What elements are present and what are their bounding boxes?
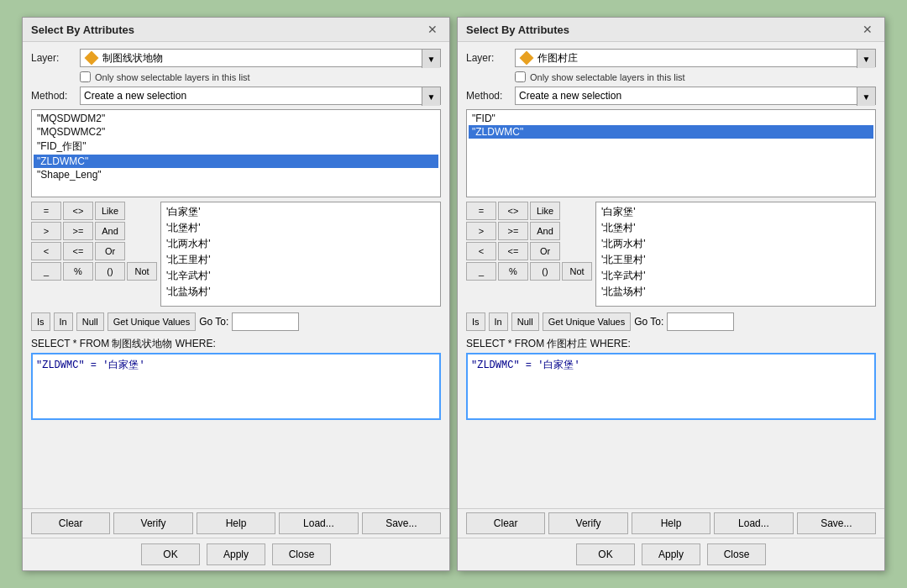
op-and-1[interactable]: And bbox=[95, 222, 125, 240]
values-list-1[interactable]: '白家堡' '北堡村' '北两水村' '北王里村' '北辛武村' '北盐场村' bbox=[160, 202, 441, 307]
val-item[interactable]: '北两水村' bbox=[163, 236, 438, 252]
op-parens-1[interactable]: () bbox=[95, 262, 125, 281]
val-item[interactable]: '北王里村' bbox=[163, 252, 438, 268]
save-btn-2[interactable]: Save... bbox=[797, 512, 876, 534]
field-item[interactable]: "FID_作图" bbox=[34, 139, 438, 155]
save-btn-1[interactable]: Save... bbox=[362, 512, 441, 534]
dialog1-title: Select By Attributes bbox=[31, 24, 134, 36]
op-gte-1[interactable]: >= bbox=[63, 222, 93, 240]
val-item[interactable]: '白家堡' bbox=[163, 204, 438, 220]
op-gt-2[interactable]: > bbox=[466, 222, 496, 240]
dialog2: Select By Attributes ✕ Layer: 作图村庄 ▼ Onl… bbox=[457, 17, 885, 571]
get-unique-btn-2[interactable]: Get Unique Values bbox=[543, 312, 632, 331]
clear-btn-2[interactable]: Clear bbox=[466, 512, 545, 534]
op-eq-2[interactable]: = bbox=[466, 202, 496, 220]
val-item[interactable]: '北两水村' bbox=[598, 236, 873, 252]
val-item[interactable]: '北盐场村' bbox=[163, 284, 438, 300]
op-percent-1[interactable]: % bbox=[63, 262, 93, 281]
field-item[interactable]: "FID" bbox=[469, 112, 873, 125]
sql-textarea-2[interactable]: "ZLDWMC" = '白家堡' bbox=[466, 353, 876, 420]
dropdown-arrow-1[interactable]: ▼ bbox=[422, 50, 440, 68]
get-unique-btn-1[interactable]: Get Unique Values bbox=[107, 312, 197, 331]
load-btn-1[interactable]: Load... bbox=[279, 512, 358, 534]
field-item[interactable]: "ZLDWMC" bbox=[469, 125, 873, 139]
op-lt-2[interactable]: < bbox=[466, 242, 496, 260]
op-lte-1[interactable]: <= bbox=[63, 242, 93, 260]
op-row: _ % () Not bbox=[31, 262, 157, 281]
op-lt-1[interactable]: < bbox=[31, 242, 61, 260]
op-and-2[interactable]: And bbox=[530, 222, 560, 240]
op-not-1[interactable]: Not bbox=[127, 262, 157, 281]
method-arrow-1[interactable]: ▼ bbox=[422, 87, 440, 106]
goto-input-2[interactable] bbox=[667, 312, 734, 331]
method-dropdown-1[interactable]: Create a new selection ▼ bbox=[80, 87, 441, 105]
load-btn-2[interactable]: Load... bbox=[714, 512, 793, 534]
val-item[interactable]: '北堡村' bbox=[163, 220, 438, 236]
close-button-2[interactable]: ✕ bbox=[859, 23, 876, 36]
val-item[interactable]: '北辛武村' bbox=[163, 268, 438, 284]
layer-label-2: Layer: bbox=[466, 52, 510, 64]
field-item[interactable]: "MQSDWMC2" bbox=[34, 125, 438, 139]
clear-btn-1[interactable]: Clear bbox=[31, 512, 110, 534]
val-item[interactable]: '北王里村' bbox=[598, 252, 873, 268]
ok-btn-1[interactable]: OK bbox=[141, 543, 200, 565]
values-list-2[interactable]: '白家堡' '北堡村' '北两水村' '北王里村' '北辛武村' '北盐场村' bbox=[595, 202, 876, 307]
only-selectable-label-1: Only show selectable layers in this list bbox=[95, 72, 250, 82]
checkbox-row-1: Only show selectable layers in this list bbox=[80, 71, 441, 82]
field-item[interactable]: "ZLDWMC" bbox=[34, 155, 438, 168]
sql-textarea-1[interactable]: "ZLDWMC" = '白家堡' bbox=[31, 353, 441, 420]
val-item[interactable]: '北堡村' bbox=[598, 220, 873, 236]
verify-btn-2[interactable]: Verify bbox=[548, 512, 627, 534]
field-item[interactable]: "MQSDWDM2" bbox=[34, 112, 438, 125]
op-row: = <> Like bbox=[466, 202, 592, 220]
op-not-2[interactable]: Not bbox=[562, 262, 592, 281]
op-eq-1[interactable]: = bbox=[31, 202, 61, 220]
null-btn-2[interactable]: Null bbox=[511, 312, 539, 331]
help-btn-1[interactable]: Help bbox=[197, 512, 275, 534]
action-buttons-1: OK Apply Close bbox=[23, 538, 449, 570]
op-like-1[interactable]: Like bbox=[95, 202, 125, 220]
layer-dropdown-2[interactable]: 作图村庄 ▼ bbox=[515, 49, 876, 67]
close-button-1[interactable]: ✕ bbox=[424, 23, 441, 36]
dropdown-arrow-2[interactable]: ▼ bbox=[857, 50, 875, 68]
op-ne-2[interactable]: <> bbox=[498, 202, 528, 220]
only-selectable-checkbox-1[interactable] bbox=[80, 71, 91, 82]
op-underscore-1[interactable]: _ bbox=[31, 262, 61, 281]
op-gte-2[interactable]: >= bbox=[498, 222, 528, 240]
val-item[interactable]: '北盐场村' bbox=[598, 284, 873, 300]
diamond-icon-2 bbox=[520, 51, 534, 66]
verify-btn-1[interactable]: Verify bbox=[113, 512, 192, 534]
field-list-1[interactable]: "MQSDWDM2" "MQSDWMC2" "FID_作图" "ZLDWMC" … bbox=[31, 109, 441, 197]
close-btn-1[interactable]: Close bbox=[272, 543, 331, 565]
ok-btn-2[interactable]: OK bbox=[576, 543, 635, 565]
op-gt-1[interactable]: > bbox=[31, 222, 61, 240]
is-btn-2[interactable]: Is bbox=[466, 312, 485, 331]
val-item[interactable]: '白家堡' bbox=[598, 204, 873, 220]
op-percent-2[interactable]: % bbox=[498, 262, 528, 281]
is-btn-1[interactable]: Is bbox=[31, 312, 50, 331]
op-underscore-2[interactable]: _ bbox=[466, 262, 496, 281]
method-arrow-2[interactable]: ▼ bbox=[857, 87, 875, 106]
field-item[interactable]: "Shape_Leng" bbox=[34, 168, 438, 181]
field-list-2[interactable]: "FID" "ZLDWMC" bbox=[466, 109, 876, 197]
only-selectable-checkbox-2[interactable] bbox=[515, 71, 526, 82]
null-btn-1[interactable]: Null bbox=[76, 312, 104, 331]
method-dropdown-2[interactable]: Create a new selection ▼ bbox=[515, 87, 876, 105]
op-parens-2[interactable]: () bbox=[530, 262, 560, 281]
layer-dropdown-1[interactable]: 制图线状地物 ▼ bbox=[80, 49, 441, 67]
op-lte-2[interactable]: <= bbox=[498, 242, 528, 260]
in-btn-2[interactable]: In bbox=[489, 312, 508, 331]
apply-btn-2[interactable]: Apply bbox=[642, 543, 700, 565]
apply-btn-1[interactable]: Apply bbox=[207, 543, 265, 565]
op-like-2[interactable]: Like bbox=[530, 202, 560, 220]
method-label-1: Method: bbox=[31, 90, 75, 102]
close-btn-2[interactable]: Close bbox=[707, 543, 766, 565]
in-btn-1[interactable]: In bbox=[54, 312, 73, 331]
method-row-2: Method: Create a new selection ▼ bbox=[466, 87, 876, 105]
op-or-1[interactable]: Or bbox=[95, 242, 125, 260]
val-item[interactable]: '北辛武村' bbox=[598, 268, 873, 284]
help-btn-2[interactable]: Help bbox=[632, 512, 710, 534]
goto-input-1[interactable] bbox=[232, 312, 299, 331]
op-or-2[interactable]: Or bbox=[530, 242, 560, 260]
op-ne-1[interactable]: <> bbox=[63, 202, 93, 220]
